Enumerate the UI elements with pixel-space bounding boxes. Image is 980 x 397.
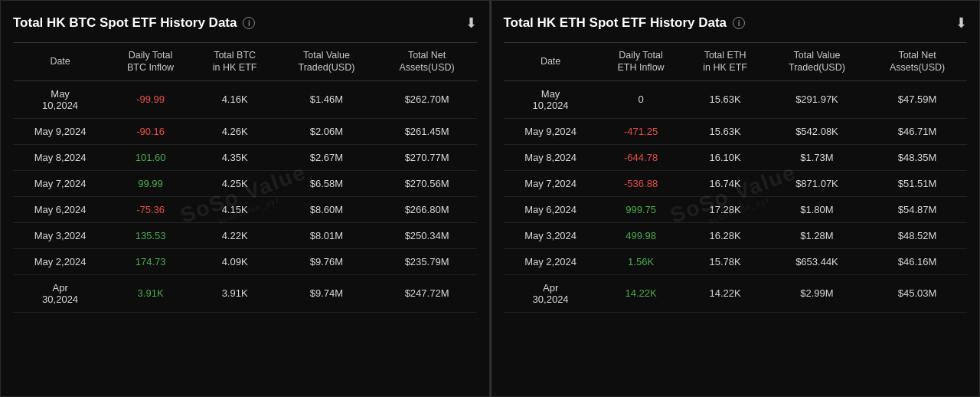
cell-inflow: 174.73 <box>107 248 194 274</box>
eth-col-total-etf: Total ETHin HK ETF <box>684 43 766 81</box>
cell-traded: $9.74M <box>276 274 377 312</box>
cell-net-assets: $54.87M <box>867 196 967 222</box>
cell-date: May 9,2024 <box>504 118 598 144</box>
cell-total-etf: 4.35K <box>194 144 276 170</box>
cell-date: May10,2024 <box>504 80 598 118</box>
cell-inflow: -644.78 <box>598 144 684 170</box>
cell-total-etf: 16.74K <box>684 170 766 196</box>
btc-col-net-assets: Total NetAssets(USD) <box>377 43 477 81</box>
cell-total-etf: 14.22K <box>684 274 766 312</box>
table-row: May 3,2024 135.53 4.22K $8.01M $250.34M <box>13 222 477 248</box>
table-row: May 3,2024 499.98 16.28K $1.28M $48.52M <box>504 222 968 248</box>
btc-table: Date Daily TotalBTC Inflow Total BTCin H… <box>13 42 477 313</box>
cell-total-etf: 15.78K <box>684 248 766 274</box>
table-row: May 9,2024 -471.25 15.63K $542.08K $46.7… <box>504 118 968 144</box>
cell-net-assets: $235.79M <box>377 248 477 274</box>
btc-panel-header: Total HK BTC Spot ETF History Data i ⬇ <box>13 15 477 31</box>
cell-inflow: 499.98 <box>598 222 684 248</box>
cell-traded: $653.44K <box>766 248 867 274</box>
btc-col-date: Date <box>13 43 107 81</box>
cell-total-etf: 16.28K <box>684 222 766 248</box>
cell-date: May 7,2024 <box>13 170 107 196</box>
cell-total-etf: 4.16K <box>194 80 276 118</box>
cell-total-etf: 4.26K <box>194 118 276 144</box>
btc-info-icon[interactable]: i <box>243 17 255 29</box>
cell-inflow: 99.99 <box>107 170 194 196</box>
cell-traded: $871.07K <box>766 170 867 196</box>
cell-inflow: -99.99 <box>107 80 194 118</box>
cell-date: May 2,2024 <box>13 248 107 274</box>
cell-total-etf: 17.28K <box>684 196 766 222</box>
cell-net-assets: $247.72M <box>377 274 477 312</box>
cell-total-etf: 15.63K <box>684 80 766 118</box>
cell-inflow: 1.56K <box>598 248 684 274</box>
eth-download-icon[interactable]: ⬇ <box>956 15 967 31</box>
eth-panel: Total HK ETH Spot ETF History Data i ⬇ S… <box>490 0 981 397</box>
cell-date: May 2,2024 <box>504 248 598 274</box>
cell-date: May10,2024 <box>13 80 107 118</box>
cell-inflow: 0 <box>598 80 684 118</box>
eth-panel-header: Total HK ETH Spot ETF History Data i ⬇ <box>504 15 968 31</box>
cell-traded: $2.67M <box>276 144 377 170</box>
eth-table: Date Daily TotalETH Inflow Total ETHin H… <box>504 42 968 313</box>
cell-net-assets: $48.35M <box>867 144 967 170</box>
cell-traded: $1.46M <box>276 80 377 118</box>
cell-net-assets: $270.56M <box>377 170 477 196</box>
cell-net-assets: $262.70M <box>377 80 477 118</box>
btc-panel-title: Total HK BTC Spot ETF History Data i <box>13 15 255 31</box>
cell-traded: $8.01M <box>276 222 377 248</box>
table-row: Apr30,2024 14.22K 14.22K $2.99M $45.03M <box>504 274 968 312</box>
cell-date: May 3,2024 <box>13 222 107 248</box>
cell-inflow: -75.36 <box>107 196 194 222</box>
cell-total-etf: 4.09K <box>194 248 276 274</box>
cell-traded: $1.28M <box>766 222 867 248</box>
cell-date: May 8,2024 <box>13 144 107 170</box>
cell-net-assets: $266.80M <box>377 196 477 222</box>
cell-total-etf: 4.22K <box>194 222 276 248</box>
eth-title-text: Total HK ETH Spot ETF History Data <box>504 15 727 31</box>
cell-inflow: 101.60 <box>107 144 194 170</box>
cell-date: May 3,2024 <box>504 222 598 248</box>
cell-traded: $291.97K <box>766 80 867 118</box>
cell-net-assets: $250.34M <box>377 222 477 248</box>
cell-net-assets: $261.45M <box>377 118 477 144</box>
table-row: May 6,2024 -75.36 4.15K $8.60M $266.80M <box>13 196 477 222</box>
eth-table-header-row: Date Daily TotalETH Inflow Total ETHin H… <box>504 43 968 81</box>
eth-info-icon[interactable]: i <box>733 17 745 29</box>
cell-traded: $6.58M <box>276 170 377 196</box>
btc-panel: Total HK BTC Spot ETF History Data i ⬇ S… <box>0 0 490 397</box>
cell-total-etf: 3.91K <box>194 274 276 312</box>
cell-inflow: -471.25 <box>598 118 684 144</box>
table-row: May 7,2024 -536.88 16.74K $871.07K $51.5… <box>504 170 968 196</box>
btc-download-icon[interactable]: ⬇ <box>466 15 477 31</box>
table-row: May 6,2024 999.75 17.28K $1.80M $54.87M <box>504 196 968 222</box>
cell-traded: $2.99M <box>766 274 867 312</box>
eth-col-date: Date <box>504 43 598 81</box>
cell-traded: $1.80M <box>766 196 867 222</box>
cell-date: May 8,2024 <box>504 144 598 170</box>
cell-net-assets: $51.51M <box>867 170 967 196</box>
btc-col-total-etf: Total BTCin HK ETF <box>194 43 276 81</box>
cell-total-etf: 4.25K <box>194 170 276 196</box>
cell-traded: $1.73M <box>766 144 867 170</box>
cell-inflow: 14.22K <box>598 274 684 312</box>
cell-traded: $9.76M <box>276 248 377 274</box>
btc-title-text: Total HK BTC Spot ETF History Data <box>13 15 237 31</box>
cell-inflow: 999.75 <box>598 196 684 222</box>
cell-inflow: 3.91K <box>107 274 194 312</box>
table-row: May 9,2024 -90.16 4.26K $2.06M $261.45M <box>13 118 477 144</box>
cell-inflow: -536.88 <box>598 170 684 196</box>
table-row: May 2,2024 174.73 4.09K $9.76M $235.79M <box>13 248 477 274</box>
cell-net-assets: $46.71M <box>867 118 967 144</box>
eth-col-inflow: Daily TotalETH Inflow <box>598 43 684 81</box>
table-row: May10,2024 -99.99 4.16K $1.46M $262.70M <box>13 80 477 118</box>
cell-inflow: -90.16 <box>107 118 194 144</box>
eth-col-net-assets: Total NetAssets(USD) <box>867 43 967 81</box>
table-row: May 7,2024 99.99 4.25K $6.58M $270.56M <box>13 170 477 196</box>
table-row: May10,2024 0 15.63K $291.97K $47.59M <box>504 80 968 118</box>
cell-traded: $542.08K <box>766 118 867 144</box>
table-row: Apr30,2024 3.91K 3.91K $9.74M $247.72M <box>13 274 477 312</box>
table-row: May 8,2024 101.60 4.35K $2.67M $270.77M <box>13 144 477 170</box>
btc-table-header-row: Date Daily TotalBTC Inflow Total BTCin H… <box>13 43 477 81</box>
cell-date: May 9,2024 <box>13 118 107 144</box>
